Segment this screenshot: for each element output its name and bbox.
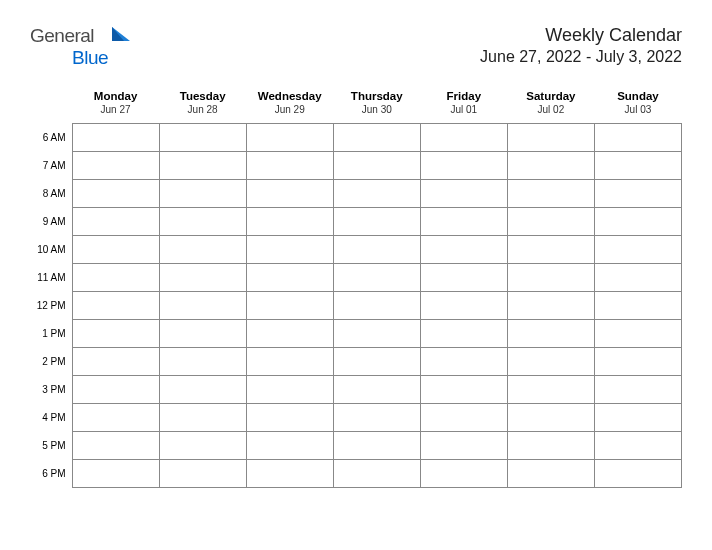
time-label: 7 AM: [30, 152, 72, 180]
calendar-cell: [72, 432, 159, 460]
calendar-cell: [72, 404, 159, 432]
calendar-cell: [420, 320, 507, 348]
time-row: 6 PM: [30, 460, 682, 488]
day-header: Tuesday: [159, 84, 246, 104]
time-label: 3 PM: [30, 376, 72, 404]
calendar-cell: [594, 264, 681, 292]
calendar-cell: [420, 404, 507, 432]
title-block: Weekly Calendar June 27, 2022 - July 3, …: [480, 25, 682, 66]
calendar-cell: [594, 152, 681, 180]
calendar-cell: [246, 404, 333, 432]
calendar-cell: [246, 348, 333, 376]
day-header: Saturday: [507, 84, 594, 104]
time-label: 5 PM: [30, 432, 72, 460]
time-label: 1 PM: [30, 320, 72, 348]
calendar-cell: [159, 376, 246, 404]
time-row: 9 AM: [30, 208, 682, 236]
calendar-cell: [507, 376, 594, 404]
calendar-cell: [159, 236, 246, 264]
date-header-row: Jun 27 Jun 28 Jun 29 Jun 30 Jul 01 Jul 0…: [30, 104, 682, 124]
calendar-cell: [246, 208, 333, 236]
calendar-cell: [72, 124, 159, 152]
day-header: Thursday: [333, 84, 420, 104]
calendar-cell: [420, 292, 507, 320]
calendar-cell: [72, 348, 159, 376]
calendar-cell: [72, 236, 159, 264]
date-header: Jun 29: [246, 104, 333, 124]
date-header: Jul 01: [420, 104, 507, 124]
calendar-cell: [333, 236, 420, 264]
logo: General Blue: [30, 25, 130, 69]
calendar-cell: [72, 376, 159, 404]
time-row: 1 PM: [30, 320, 682, 348]
time-label: 4 PM: [30, 404, 72, 432]
calendar-cell: [594, 124, 681, 152]
calendar-cell: [72, 320, 159, 348]
calendar-cell: [159, 152, 246, 180]
calendar-cell: [246, 376, 333, 404]
day-header-row: Monday Tuesday Wednesday Thursday Friday…: [30, 84, 682, 104]
calendar-cell: [72, 208, 159, 236]
calendar-cell: [159, 208, 246, 236]
day-header: Friday: [420, 84, 507, 104]
corner-cell: [30, 104, 72, 124]
calendar-cell: [420, 432, 507, 460]
date-range: June 27, 2022 - July 3, 2022: [480, 48, 682, 66]
logo-triangle-icon: [112, 27, 130, 49]
calendar-cell: [507, 124, 594, 152]
calendar-cell: [246, 320, 333, 348]
time-row: 11 AM: [30, 264, 682, 292]
time-label: 10 AM: [30, 236, 72, 264]
logo-text-general: General: [30, 25, 94, 46]
calendar-cell: [333, 348, 420, 376]
date-header: Jul 03: [594, 104, 681, 124]
date-header: Jun 30: [333, 104, 420, 124]
time-label: 8 AM: [30, 180, 72, 208]
time-row: 5 PM: [30, 432, 682, 460]
calendar-cell: [594, 376, 681, 404]
calendar-cell: [246, 292, 333, 320]
calendar-cell: [507, 348, 594, 376]
calendar-cell: [594, 460, 681, 488]
time-row: 12 PM: [30, 292, 682, 320]
date-header: Jun 27: [72, 104, 159, 124]
calendar-cell: [594, 236, 681, 264]
calendar-cell: [333, 264, 420, 292]
calendar-cell: [72, 460, 159, 488]
calendar-cell: [159, 432, 246, 460]
calendar-cell: [159, 320, 246, 348]
calendar-cell: [159, 460, 246, 488]
calendar-cell: [246, 236, 333, 264]
calendar-cell: [507, 236, 594, 264]
calendar-cell: [507, 264, 594, 292]
calendar-cell: [420, 460, 507, 488]
calendar-cell: [333, 292, 420, 320]
time-label: 2 PM: [30, 348, 72, 376]
calendar-cell: [333, 376, 420, 404]
time-label: 12 PM: [30, 292, 72, 320]
calendar-cell: [333, 124, 420, 152]
calendar-cell: [507, 460, 594, 488]
day-header: Monday: [72, 84, 159, 104]
calendar-cell: [246, 152, 333, 180]
calendar-cell: [420, 124, 507, 152]
calendar-cell: [72, 264, 159, 292]
calendar-cell: [333, 180, 420, 208]
calendar-cell: [246, 460, 333, 488]
calendar-cell: [420, 376, 507, 404]
calendar-cell: [594, 208, 681, 236]
logo-text-blue: Blue: [72, 47, 108, 68]
calendar-cell: [246, 180, 333, 208]
calendar-cell: [246, 264, 333, 292]
day-header: Wednesday: [246, 84, 333, 104]
day-header: Sunday: [594, 84, 681, 104]
calendar-cell: [507, 208, 594, 236]
calendar-cell: [159, 264, 246, 292]
time-row: 3 PM: [30, 376, 682, 404]
calendar-cell: [246, 124, 333, 152]
calendar-table: Monday Tuesday Wednesday Thursday Friday…: [30, 84, 682, 488]
calendar-cell: [333, 208, 420, 236]
time-label: 6 AM: [30, 124, 72, 152]
calendar-cell: [420, 236, 507, 264]
calendar-cell: [72, 152, 159, 180]
